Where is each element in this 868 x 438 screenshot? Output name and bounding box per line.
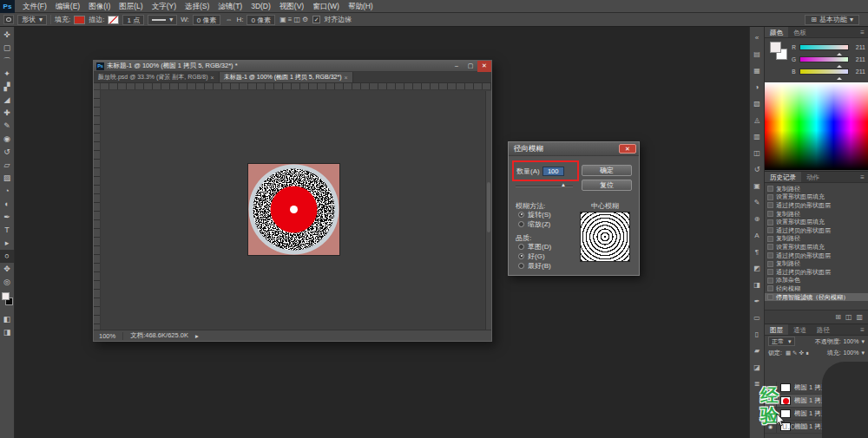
- tab-close-icon[interactable]: ×: [211, 75, 214, 81]
- swatches-panel-icon[interactable]: ▦: [749, 65, 765, 77]
- quick-mask-icon[interactable]: ◧: [0, 313, 14, 326]
- document-titlebar[interactable]: Ps 未标题-1 @ 100% (椭圆 1 拷贝 5, RGB/32*) * –…: [94, 61, 491, 72]
- history-state[interactable]: 设置形状图层填充: [765, 218, 868, 226]
- color-spectrum[interactable]: [765, 82, 868, 170]
- dialog-close-button[interactable]: ✕: [619, 144, 636, 154]
- panel-tab[interactable]: 通道: [788, 324, 812, 335]
- document-tab[interactable]: 未标题-1 @ 100% (椭圆 1 拷贝 5, RGB/32*) ×: [220, 72, 353, 82]
- restore-button[interactable]: ▢: [464, 61, 477, 72]
- lock-pixels-icon[interactable]: ✎: [792, 350, 798, 356]
- new-snapshot-icon[interactable]: ◫: [845, 313, 852, 321]
- history-panel-icon[interactable]: ↺: [749, 164, 765, 176]
- history-state[interactable]: 通过拷贝的形状图层: [765, 252, 868, 260]
- blur-method-option[interactable]: 旋转(S): [518, 211, 551, 218]
- chevron-down-icon[interactable]: ▾: [861, 350, 865, 356]
- quality-option[interactable]: 最好(B): [518, 262, 551, 269]
- close-button[interactable]: ✕: [477, 61, 491, 72]
- histogram-panel-icon[interactable]: ▥: [749, 131, 765, 143]
- clone-stamp-tool[interactable]: ◉: [0, 133, 14, 146]
- dodge-tool[interactable]: ◐: [0, 198, 14, 211]
- lock-position-icon[interactable]: ✜: [799, 350, 805, 356]
- pen-tool[interactable]: ✒: [0, 211, 14, 224]
- masks-panel-icon[interactable]: ◪: [749, 362, 765, 374]
- panel-tab[interactable]: 历史记录: [765, 172, 801, 182]
- channel-slider[interactable]: [799, 44, 849, 50]
- blur-tool[interactable]: ◔: [0, 185, 14, 198]
- path-arrangement-icon[interactable]: ◫: [293, 16, 301, 23]
- slider-thumb-icon[interactable]: ▲: [561, 182, 566, 187]
- history-state[interactable]: 复制路径: [765, 210, 868, 219]
- brush-panel-icon[interactable]: ✎: [749, 197, 765, 209]
- tab-close-icon[interactable]: ×: [345, 75, 348, 81]
- stroke-swatch[interactable]: [108, 16, 119, 24]
- history-state[interactable]: 通过拷贝的形状图层: [765, 201, 868, 210]
- zoom-tool[interactable]: ◎: [0, 276, 14, 289]
- panel-tab[interactable]: 路径: [812, 324, 835, 335]
- channel-value[interactable]: 211: [852, 56, 865, 62]
- vertical-scrollbar[interactable]: [485, 91, 491, 330]
- hand-tool[interactable]: ✥: [0, 263, 14, 276]
- collapse-dock-icon[interactable]: «: [749, 32, 765, 44]
- menu-item[interactable]: 视图(V): [275, 0, 308, 13]
- zoom-level[interactable]: 100%: [99, 332, 123, 340]
- layer-thumbnail[interactable]: [780, 396, 791, 405]
- workspace-switcher[interactable]: ⊞ 基本功能 ▾: [805, 15, 859, 25]
- tool-presets-panel-icon[interactable]: ▰: [749, 345, 765, 357]
- status-menu-arrow[interactable]: ▸: [195, 332, 199, 340]
- path-operations-icon[interactable]: ▣: [279, 16, 287, 23]
- move-tool[interactable]: ✜: [0, 29, 14, 42]
- menu-item[interactable]: 窗口(W): [308, 0, 344, 13]
- new-document-from-state-icon[interactable]: ⊞: [835, 313, 841, 321]
- history-state[interactable]: 复制路径: [765, 235, 868, 244]
- menu-item[interactable]: 编辑(E): [51, 0, 84, 13]
- panel-tab[interactable]: 图层: [765, 324, 788, 335]
- channel-value[interactable]: 211: [852, 69, 865, 75]
- panel-tab[interactable]: 颜色: [765, 27, 788, 37]
- shape-settings-icon[interactable]: ⚙: [301, 16, 309, 23]
- notes-panel-icon[interactable]: ▯: [749, 329, 765, 341]
- foreground-color-swatch[interactable]: [770, 42, 781, 53]
- history-state[interactable]: 设置形状图层填充: [765, 243, 868, 252]
- menu-item[interactable]: 文字(Y): [148, 0, 181, 13]
- properties-panel-icon[interactable]: ▣: [749, 180, 765, 193]
- layer-comps-panel-icon[interactable]: ◩: [749, 263, 765, 275]
- info-panel-icon[interactable]: ◬: [749, 114, 765, 127]
- eyedropper-tool[interactable]: ◢: [0, 94, 14, 107]
- delete-state-icon[interactable]: ▥: [856, 313, 863, 321]
- fill-value[interactable]: 100%: [844, 350, 859, 356]
- paths-panel-icon[interactable]: ✒: [749, 296, 765, 308]
- reset-button[interactable]: 复位: [582, 180, 632, 191]
- marquee-tool[interactable]: ▢: [0, 42, 14, 55]
- ellipse-shape-tool[interactable]: ○: [0, 250, 14, 263]
- character-panel-icon[interactable]: A: [749, 230, 765, 242]
- menu-item[interactable]: 文件(F): [18, 0, 51, 13]
- menu-item[interactable]: 图像(I): [84, 0, 115, 13]
- spot-healing-tool[interactable]: ✚: [0, 107, 14, 120]
- panel-tab[interactable]: 色板: [788, 27, 812, 37]
- history-state[interactable]: 复制路径: [765, 185, 868, 193]
- path-selection-tool[interactable]: ▸: [0, 237, 14, 250]
- blur-center-preview[interactable]: [580, 212, 630, 262]
- ok-button[interactable]: 确定: [582, 165, 632, 176]
- width-field[interactable]: 0 像素: [193, 15, 221, 25]
- screen-mode-icon[interactable]: ◨: [0, 326, 14, 339]
- lock-all-icon[interactable]: ∎: [805, 350, 810, 356]
- align-edges-checkbox[interactable]: ✓: [312, 16, 320, 23]
- history-state[interactable]: 径向模糊: [765, 284, 868, 293]
- quality-option[interactable]: 草图(D): [518, 243, 551, 250]
- styles-panel-icon[interactable]: ▧: [749, 98, 765, 110]
- tool-mode-select[interactable]: 形状 ▾: [17, 15, 47, 25]
- fill-swatch[interactable]: [74, 16, 85, 24]
- brush-tool[interactable]: ✎: [0, 120, 14, 133]
- lock-transparent-icon[interactable]: ▦: [785, 350, 792, 356]
- timeline-panel-icon[interactable]: ▭: [749, 312, 765, 324]
- type-tool[interactable]: T: [0, 224, 14, 237]
- link-dimensions-icon[interactable]: ⇔: [224, 16, 233, 23]
- panel-menu-icon[interactable]: ≡: [857, 27, 868, 37]
- panel-menu-icon[interactable]: ≡: [857, 324, 868, 335]
- foreground-color-swatch[interactable]: [2, 292, 10, 300]
- minimize-button[interactable]: –: [450, 61, 464, 72]
- amount-field[interactable]: 100: [542, 167, 564, 176]
- quality-option[interactable]: 好(G): [518, 252, 551, 259]
- menu-item[interactable]: 滤镜(T): [214, 0, 247, 13]
